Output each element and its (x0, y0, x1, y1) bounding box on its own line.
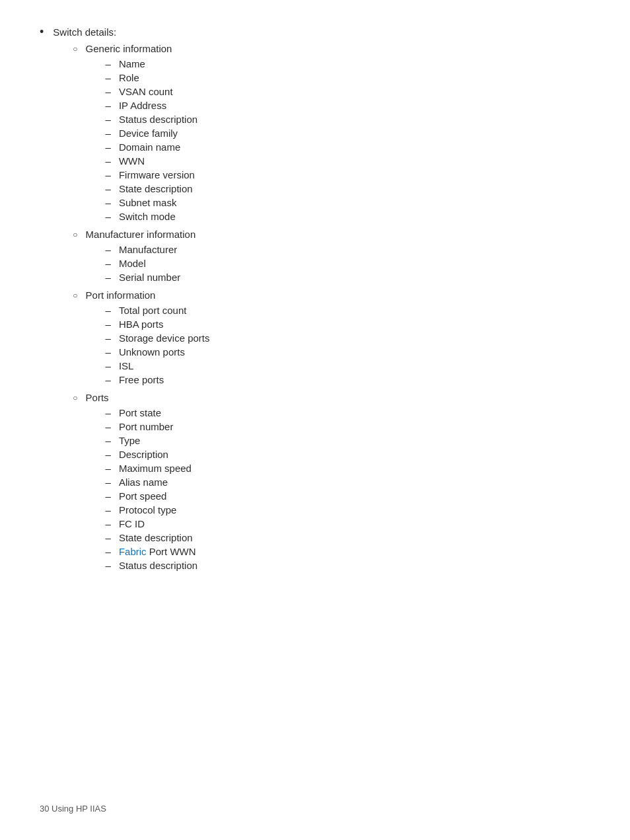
dash-item: –FC ID (106, 518, 198, 529)
dash-label: HBA ports (119, 319, 164, 330)
fabric-link[interactable]: Fabric (119, 546, 147, 557)
dash-label: State description (119, 183, 193, 194)
dash-icon: – (106, 546, 111, 557)
dash-label: Description (119, 449, 168, 460)
dash-label: Protocol type (119, 504, 177, 515)
dash-label: ISL (119, 360, 134, 371)
dash-icon: – (106, 332, 111, 344)
circle-bullet-icon: ○ (73, 291, 77, 300)
dash-icon: – (106, 244, 111, 255)
dash-label: Alias name (119, 477, 168, 488)
top-list-item: • Switch details: ○ Generic information … (40, 26, 590, 578)
dash-item: –Status description (106, 560, 198, 571)
dash-item: –Subnet mask (106, 197, 198, 208)
dash-label: Subnet mask (119, 197, 177, 208)
dash-icon: – (106, 504, 111, 515)
dash-icon: – (106, 86, 111, 97)
dash-label: Unknown ports (119, 346, 185, 358)
dash-item: –Storage device ports (106, 332, 210, 344)
dash-icon: – (106, 449, 111, 460)
dash-label: Total port count (119, 305, 187, 316)
dash-item: –Role (106, 72, 198, 83)
dash-icon: – (106, 100, 111, 111)
dash-item: –Switch mode (106, 211, 198, 222)
dash-label: Domain name (119, 141, 180, 153)
circle-bullet-icon: ○ (73, 230, 77, 239)
dash-item: –VSAN count (106, 86, 198, 97)
dash-icon: – (106, 319, 111, 330)
dash-item: –ISL (106, 360, 210, 371)
dash-label: Port speed (119, 490, 167, 502)
dash-label: WWN (119, 155, 145, 167)
sub-item-label: Port information (86, 289, 156, 301)
top-item-label: Switch details: (53, 26, 116, 38)
dash-label: FC ID (119, 518, 145, 529)
dash-item: –Serial number (106, 272, 196, 283)
dash-icon: – (106, 72, 111, 83)
dash-item: –Description (106, 449, 198, 460)
dash-item: –Unknown ports (106, 346, 210, 358)
dash-label: Model (119, 258, 146, 269)
dash-item: –Protocol type (106, 504, 198, 515)
dash-label: Name (119, 58, 145, 69)
dash-item: –Total port count (106, 305, 210, 316)
dash-item: –Alias name (106, 477, 198, 488)
dash-item: –Port state (106, 407, 198, 418)
dash-icon: – (106, 407, 111, 418)
circle-bullet-icon: ○ (73, 44, 77, 54)
sub-list: ○ Generic information –Name –Role –VSAN … (53, 43, 209, 574)
sub-item-content: Port information –Total port count –HBA … (86, 289, 210, 388)
dash-icon: – (106, 435, 111, 446)
dash-icon: – (106, 141, 111, 153)
dash-list-manufacturer: –Manufacturer –Model –Serial number (86, 244, 196, 283)
dash-icon: – (106, 305, 111, 316)
sub-list-item-ports: ○ Ports –Port state –Port number –Type –… (73, 392, 209, 574)
dash-label: IP Address (119, 100, 166, 111)
dash-icon: – (106, 421, 111, 432)
dash-label: Storage device ports (119, 332, 210, 344)
dash-icon: – (106, 272, 111, 283)
dash-icon: – (106, 128, 111, 139)
dash-icon: – (106, 518, 111, 529)
dash-label: Firmware version (119, 169, 195, 180)
dash-icon: – (106, 477, 111, 488)
dash-icon: – (106, 114, 111, 125)
dash-item: –IP Address (106, 100, 198, 111)
dash-label: Type (119, 435, 141, 446)
dash-item: –Type (106, 435, 198, 446)
dash-label: Maximum speed (119, 463, 192, 474)
dash-item: –WWN (106, 155, 198, 167)
dash-icon: – (106, 155, 111, 167)
dash-label: State description (119, 532, 193, 543)
page-content: • Switch details: ○ Generic information … (40, 26, 590, 578)
dash-icon: – (106, 58, 111, 69)
dash-item: –Port number (106, 421, 198, 432)
dash-item: –Maximum speed (106, 463, 198, 474)
sub-list-item-generic: ○ Generic information –Name –Role –VSAN … (73, 43, 209, 225)
dash-icon: – (106, 183, 111, 194)
dash-label: VSAN count (119, 86, 173, 97)
dash-label-fabric: Fabric Port WWN (119, 546, 196, 557)
sub-item-content: Ports –Port state –Port number –Type –De… (86, 392, 198, 574)
dash-icon: – (106, 490, 111, 502)
top-item-content: Switch details: ○ Generic information –N… (53, 26, 209, 578)
dash-list-port-info: –Total port count –HBA ports –Storage de… (86, 305, 210, 385)
dash-icon: – (106, 560, 111, 571)
dash-item: –Free ports (106, 374, 210, 385)
dash-icon: – (106, 463, 111, 474)
dash-label: Port number (119, 421, 174, 432)
dash-icon: – (106, 211, 111, 222)
dash-label: Port state (119, 407, 161, 418)
dash-item: –HBA ports (106, 319, 210, 330)
dash-item: –Status description (106, 114, 198, 125)
dash-icon: – (106, 374, 111, 385)
sub-item-content: Manufacturer information –Manufacturer –… (86, 229, 196, 286)
sub-item-label: Generic information (86, 43, 172, 54)
dash-label: Serial number (119, 272, 180, 283)
footer-text: 30 Using HP IIAS (40, 804, 106, 814)
dash-item: –State description (106, 183, 198, 194)
sub-item-label: Ports (86, 392, 109, 403)
dash-item: –State description (106, 532, 198, 543)
dash-icon: – (106, 532, 111, 543)
dash-icon: – (106, 169, 111, 180)
